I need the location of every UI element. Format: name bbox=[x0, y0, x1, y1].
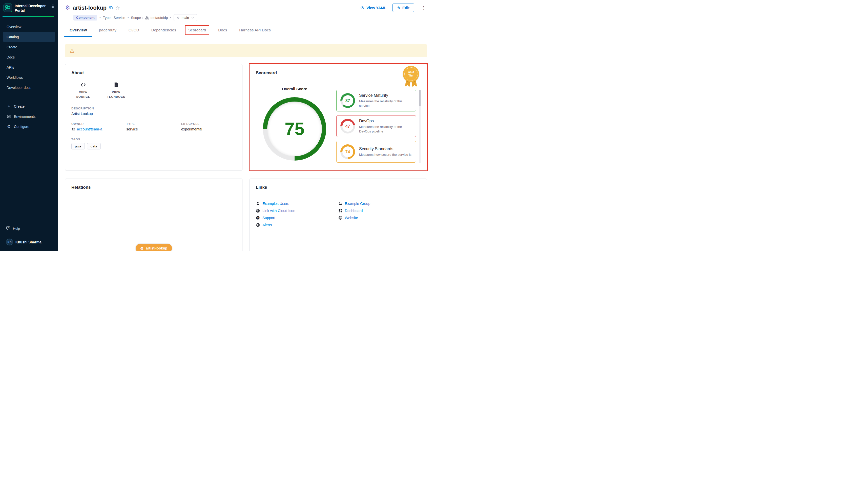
check-score: 74 bbox=[342, 147, 353, 157]
dashboard-icon bbox=[338, 209, 342, 213]
check-name: Service Maturity bbox=[359, 93, 412, 98]
check-card-devops[interactable]: 47 DevOps Measures the reliability of th… bbox=[336, 115, 416, 137]
branch-icon bbox=[176, 16, 180, 20]
link-website[interactable]: Website bbox=[338, 216, 421, 220]
lifecycle-field: LIFECYCLE experimental bbox=[181, 122, 236, 131]
document-icon bbox=[113, 82, 119, 88]
sidebar: Internal Developer Portal Overview Catal… bbox=[0, 0, 58, 251]
scorecard-checks: 87 Service Maturity Measures the reliabi… bbox=[336, 90, 421, 164]
star-icon[interactable]: ☆ bbox=[115, 5, 120, 10]
sidebar-item-label: Configure bbox=[14, 124, 29, 129]
lifecycle-value: experimental bbox=[181, 127, 236, 131]
link-label: Examples Users bbox=[262, 202, 289, 206]
kind-chip[interactable]: Component bbox=[73, 15, 97, 21]
link-example-group[interactable]: Example Group bbox=[338, 202, 421, 206]
main-area: ⚙ artist-lookup ☆ View YAML ✎ Edit ⋮ Com… bbox=[58, 0, 434, 251]
tab-cicd[interactable]: CI/CD bbox=[128, 23, 139, 37]
branch-selector[interactable]: main bbox=[174, 14, 197, 21]
sidebar-item-catalog[interactable]: Catalog bbox=[3, 32, 55, 42]
link-dashboard[interactable]: Dashboard bbox=[338, 209, 421, 213]
check-description: Measures the reliability of the DevOps p… bbox=[359, 124, 412, 133]
sidebar-item-workflows[interactable]: Workflows bbox=[3, 72, 55, 82]
user-name: Khushi Sharma bbox=[16, 240, 41, 244]
page-title: artist-lookup bbox=[73, 4, 106, 11]
edit-button[interactable]: ✎ Edit bbox=[393, 3, 414, 12]
hierarchy-icon bbox=[145, 16, 149, 20]
overall-score-value: 75 bbox=[285, 119, 304, 139]
kebab-menu-icon[interactable]: ⋮ bbox=[420, 5, 427, 10]
type-value: service bbox=[126, 127, 181, 131]
view-techdocs-button[interactable]: VIEW TECHDOCS bbox=[105, 82, 127, 99]
gear-icon: ⚙ bbox=[140, 247, 144, 250]
app-grid-icon[interactable] bbox=[50, 4, 54, 9]
check-donut: 74 bbox=[340, 144, 355, 159]
sidebar-item-developer-docs[interactable]: Developer docs bbox=[3, 82, 55, 92]
sidebar-item-overview[interactable]: Overview bbox=[3, 22, 55, 32]
relations-node-artist-lookup[interactable]: ⚙ artist-lookup bbox=[136, 244, 172, 251]
link-support[interactable]: Support bbox=[256, 216, 338, 220]
help-label: Help bbox=[13, 227, 20, 230]
link-alerts[interactable]: Alerts bbox=[256, 223, 338, 227]
check-donut: 47 bbox=[340, 119, 355, 133]
sidebar-item-docs[interactable]: Docs bbox=[3, 52, 55, 62]
link-label: Example Group bbox=[345, 202, 371, 206]
people-icon bbox=[338, 202, 342, 206]
sidebar-item-apis[interactable]: APIs bbox=[3, 62, 55, 72]
overall-score-block: Overall Score 75 bbox=[256, 79, 333, 164]
view-yaml-button[interactable]: View YAML bbox=[360, 6, 386, 10]
person-icon bbox=[256, 202, 260, 206]
sidebar-item-label: Create bbox=[14, 104, 24, 108]
people-icon bbox=[71, 127, 75, 131]
links-card: Links Examples Users Link with Cloud Ico… bbox=[249, 179, 427, 251]
sidebar-item-environments[interactable]: Environments bbox=[3, 111, 55, 121]
relations-title: Relations bbox=[71, 185, 236, 190]
portal-logo bbox=[3, 3, 12, 12]
sidebar-item-configure[interactable]: ⚙ Configure bbox=[3, 122, 55, 131]
tab-overview[interactable]: Overview bbox=[70, 23, 87, 37]
view-techdocs-label: VIEW TECHDOCS bbox=[105, 90, 127, 99]
scorecard-card: Scorecard Gold Tier bbox=[249, 64, 427, 170]
tab-pagerduty[interactable]: pagerduty bbox=[99, 23, 116, 37]
owner-link[interactable]: account/team-a bbox=[71, 127, 126, 131]
tab-docs[interactable]: Docs bbox=[218, 23, 227, 37]
code-icon bbox=[81, 82, 86, 88]
pencil-icon: ✎ bbox=[397, 6, 400, 10]
view-source-button[interactable]: VIEW SOURCE bbox=[72, 82, 95, 99]
tags-label: TAGS bbox=[71, 138, 236, 141]
sidebar-item-create-new[interactable]: + Create bbox=[3, 101, 55, 111]
links-title: Links bbox=[256, 185, 421, 190]
badge-line2: Tier bbox=[409, 74, 413, 77]
check-card-security-standards[interactable]: 74 Security Standards Measures how secur… bbox=[336, 141, 416, 163]
owner-field: OWNER account/team-a bbox=[71, 122, 126, 131]
scrollbar-thumb[interactable] bbox=[419, 90, 421, 107]
overall-score-gauge: 75 bbox=[263, 97, 326, 161]
edit-label: Edit bbox=[402, 6, 410, 10]
tab-dependencies[interactable]: Dependencies bbox=[151, 23, 176, 37]
tag-chip[interactable]: data bbox=[87, 143, 101, 149]
help-button[interactable]: Help bbox=[6, 226, 52, 231]
view-yaml-label: View YAML bbox=[366, 6, 386, 10]
sidebar-item-create[interactable]: Create bbox=[3, 42, 55, 52]
tab-bar: Overview pagerduty CI/CD Dependencies Sc… bbox=[58, 23, 434, 37]
tag-chip[interactable]: java bbox=[71, 143, 85, 149]
check-description: Measures how secure the service is bbox=[359, 152, 412, 157]
avatar: KS bbox=[6, 239, 13, 245]
plus-icon: + bbox=[7, 104, 11, 108]
checks-scrollbar[interactable] bbox=[419, 90, 421, 163]
about-card: About VIEW SOURCE VIEW TECHDOCS DESCRIPT… bbox=[65, 64, 242, 170]
chevron-down-icon bbox=[191, 16, 194, 20]
user-menu[interactable]: KS Khushi Sharma bbox=[6, 239, 52, 245]
link-examples-users[interactable]: Examples Users bbox=[256, 202, 338, 206]
lifecycle-label: LIFECYCLE bbox=[181, 122, 236, 126]
entity-header: ⚙ artist-lookup ☆ View YAML ✎ Edit ⋮ Com… bbox=[58, 0, 434, 21]
check-card-service-maturity[interactable]: 87 Service Maturity Measures the reliabi… bbox=[336, 90, 416, 111]
check-name: Security Standards bbox=[359, 147, 412, 151]
check-score: 87 bbox=[342, 95, 353, 106]
entity-meta-row: Component • Type : Service • Scope : tes… bbox=[73, 14, 427, 21]
copy-icon[interactable] bbox=[109, 6, 113, 10]
help-icon bbox=[6, 226, 10, 231]
branch-name: main bbox=[182, 16, 189, 20]
link-with-cloud-icon[interactable]: Link with Cloud Icon bbox=[256, 209, 338, 213]
tab-scorecard[interactable]: Scorecard bbox=[188, 23, 206, 37]
tab-harness-api-docs[interactable]: Harness API Docs bbox=[239, 23, 271, 37]
